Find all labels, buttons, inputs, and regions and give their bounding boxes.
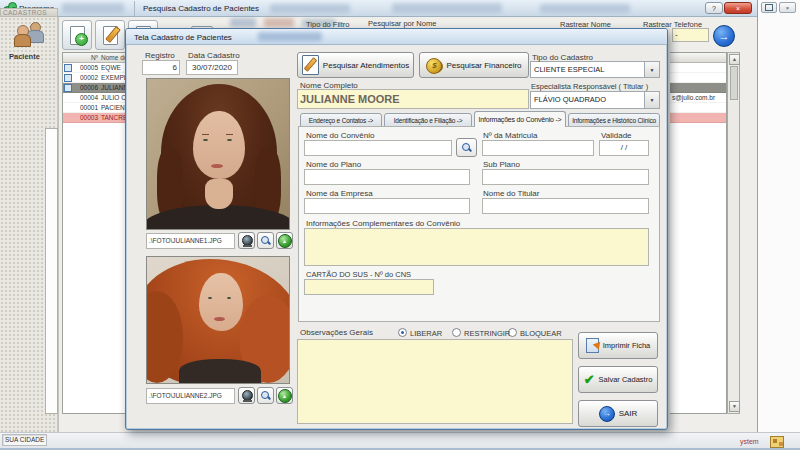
redacted-icon bbox=[264, 18, 294, 27]
patients-icon bbox=[14, 22, 46, 48]
webcam-icon bbox=[241, 390, 253, 402]
sair-button[interactable]: → SAIR bbox=[578, 400, 658, 427]
button-label: Pesquisar Atendimentos bbox=[323, 61, 409, 70]
radio-liberar-label[interactable]: LIBERAR bbox=[410, 329, 442, 338]
observacoes-textarea[interactable] bbox=[297, 339, 573, 424]
photo2-zoom-button[interactable] bbox=[257, 387, 274, 404]
nome-plano-input[interactable] bbox=[304, 169, 470, 185]
data-cadastro-input[interactable]: 30/07/2020 bbox=[186, 60, 238, 75]
patient-photo-1 bbox=[146, 78, 290, 230]
photo2-path-input[interactable]: .\FOTO\JULIANNE2.JPG bbox=[146, 388, 235, 404]
photo1-webcam-button[interactable] bbox=[238, 232, 255, 249]
validade-label: Validade bbox=[601, 131, 632, 140]
notepad-pencil-icon bbox=[302, 55, 319, 75]
pesquisar-financeiro-button[interactable]: $ Pesquisar Financeiro bbox=[419, 52, 529, 78]
table-row[interactable]: 00005EQWE bbox=[63, 63, 126, 73]
window-close-button[interactable]: × bbox=[779, 2, 796, 13]
cartao-sus-input[interactable] bbox=[304, 279, 434, 295]
scrollbar-thumb[interactable] bbox=[730, 66, 738, 100]
close-icon: × bbox=[786, 5, 790, 11]
photo1-zoom-button[interactable] bbox=[257, 232, 274, 249]
radio-restringir[interactable] bbox=[452, 328, 461, 337]
window-edge-divider bbox=[134, 1, 135, 16]
especialista-select[interactable]: FLÁVIO QUADRADO ▼ bbox=[530, 91, 660, 109]
nome-titular-input[interactable] bbox=[482, 198, 649, 214]
table-row[interactable]: 00002EXEMPLO D bbox=[63, 73, 126, 83]
patient-table-right-strip[interactable]: s@julio.com.br bbox=[670, 52, 727, 414]
photo2-load-button[interactable]: ▲ bbox=[276, 387, 293, 404]
redacted-icon bbox=[230, 18, 256, 27]
exit-arrow-icon: → bbox=[599, 406, 615, 422]
edit-record-button[interactable] bbox=[95, 20, 125, 50]
scroll-up-icon[interactable]: ▲ bbox=[729, 54, 740, 65]
magnifier-icon bbox=[261, 236, 271, 246]
photo2-webcam-button[interactable] bbox=[238, 387, 255, 404]
tipo-cadastro-label: Tipo do Cadastro bbox=[532, 53, 593, 62]
redacted-text bbox=[392, 3, 502, 13]
window-restore-button[interactable] bbox=[761, 2, 777, 13]
tab-identificacao-filiacao[interactable]: Identificação e Filiação -> bbox=[384, 113, 472, 127]
load-photo-icon: ▲ bbox=[278, 389, 292, 403]
pesquisa-close-button[interactable]: × bbox=[724, 2, 752, 14]
button-label: SAIR bbox=[619, 409, 638, 418]
sidebar-item-paciente[interactable]: Paciente bbox=[2, 20, 56, 64]
selected-value: FLÁVIO QUADRADO bbox=[531, 92, 644, 108]
registro-input[interactable]: 6 bbox=[142, 60, 180, 75]
salvar-cadastro-button[interactable]: ✔ Salvar Cadastro bbox=[578, 366, 658, 393]
photo1-load-button[interactable]: ▲ bbox=[276, 232, 293, 249]
radio-restringir-label[interactable]: RESTRINGIR bbox=[464, 329, 510, 338]
table-row[interactable]: 00001PACIENTE bbox=[63, 103, 126, 113]
face-shape bbox=[199, 273, 243, 331]
info-complementares-textarea[interactable] bbox=[304, 228, 649, 266]
dropdown-button[interactable]: ▼ bbox=[644, 92, 659, 108]
search-go-button[interactable]: → bbox=[713, 25, 735, 47]
tab-historico-clinico[interactable]: Informações e Histórico Clínico bbox=[568, 113, 660, 127]
face-shape bbox=[193, 111, 245, 179]
tab-informacoes-convenio[interactable]: Informações do Convênio -> bbox=[474, 111, 566, 127]
radio-bloquear-label[interactable]: BLOQUEAR bbox=[520, 329, 562, 338]
redacted-text bbox=[540, 4, 630, 13]
photo1-path-input[interactable]: .\FOTO\JULIANNE1.JPG bbox=[146, 233, 235, 249]
table-vertical-scrollbar[interactable]: ▲ ▼ bbox=[727, 52, 740, 414]
button-label: Pesquisar Financeiro bbox=[446, 61, 521, 70]
row-number: 00003 bbox=[72, 113, 98, 122]
pesquisa-help-button[interactable]: ? bbox=[705, 2, 723, 14]
dialog-title: Tela Cadastro de Pacientes bbox=[134, 33, 232, 42]
row-name: TANCREDO bbox=[101, 113, 126, 122]
sub-plano-input[interactable] bbox=[482, 169, 649, 185]
radio-liberar[interactable] bbox=[398, 328, 407, 337]
row-number: 00002 bbox=[72, 73, 98, 82]
nome-convenio-input[interactable] bbox=[304, 140, 452, 156]
redacted-text bbox=[62, 3, 124, 13]
rastrear-telefone-input[interactable]: - bbox=[672, 28, 709, 42]
nome-completo-input[interactable]: JULIANNE MOORE bbox=[297, 89, 529, 109]
tipo-cadastro-select[interactable]: CLIENTE ESPECIAL ▼ bbox=[530, 61, 660, 78]
validade-input[interactable]: / / bbox=[599, 140, 649, 156]
table-row-alert[interactable] bbox=[670, 113, 727, 123]
screen: × Programa Pesquisa Cadastro de Paciente… bbox=[0, 0, 800, 450]
redacted-text bbox=[258, 32, 322, 41]
shoulders-shape bbox=[179, 359, 261, 384]
table-row-selected[interactable] bbox=[670, 83, 727, 93]
status-city: SUA CIDADE bbox=[2, 434, 47, 446]
matricula-label: Nº da Matricula bbox=[483, 131, 538, 140]
cartao-sus-label: CARTÃO DO SUS - Nº do CNS bbox=[306, 270, 411, 279]
add-record-button[interactable]: + bbox=[62, 20, 92, 50]
background-window-panel bbox=[757, 0, 800, 448]
patient-table[interactable]: Nº Nome do Pa 00005EQWE 00002EXEMPLO D 0… bbox=[62, 52, 126, 414]
tab-endereco-contatos[interactable]: Endereço e Contatos -> bbox=[300, 113, 382, 127]
table-header bbox=[670, 53, 727, 63]
table-row-selected[interactable]: 00006JULIANNE bbox=[63, 83, 126, 93]
row-name: EXEMPLO D bbox=[101, 73, 126, 82]
nome-empresa-input[interactable] bbox=[304, 198, 470, 214]
scroll-down-icon[interactable]: ▼ bbox=[729, 401, 740, 412]
pesquisar-atendimentos-button[interactable]: Pesquisar Atendimentos bbox=[297, 52, 414, 78]
coin-icon: $ bbox=[426, 58, 442, 73]
table-row[interactable]: s@julio.com.br bbox=[670, 93, 727, 103]
matricula-input[interactable] bbox=[482, 140, 594, 156]
convenio-search-button[interactable] bbox=[456, 138, 477, 157]
table-row[interactable]: 00004JULIO CESA bbox=[63, 93, 126, 103]
dropdown-button[interactable]: ▼ bbox=[644, 62, 659, 77]
imprimir-ficha-button[interactable]: Imprimir Ficha bbox=[578, 332, 658, 359]
table-row-alert[interactable]: 00003TANCREDO bbox=[63, 113, 126, 123]
